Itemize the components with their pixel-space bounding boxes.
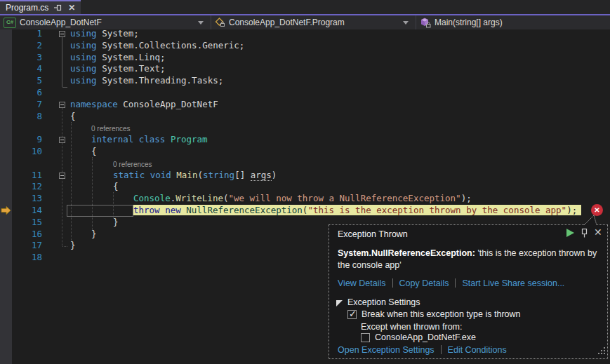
- type-name: ConsoleApp_DotNetF.Program: [229, 18, 345, 27]
- link-edit-conditions[interactable]: Edit Conditions: [448, 345, 507, 355]
- project-name: ConsoleApp_DotNetF: [20, 18, 102, 27]
- popup-title: Exception Thrown: [338, 229, 408, 239]
- break-when-thrown-checkbox[interactable]: [347, 310, 357, 319]
- code-text[interactable]: throw new NullReferenceException("this i…: [133, 205, 581, 217]
- code-line-10[interactable]: 10{: [0, 146, 610, 158]
- fold-marker[interactable]: [59, 173, 65, 179]
- project-dropdown[interactable]: C# ConsoleApp_DotNetF: [0, 15, 211, 29]
- member-name: Main(string[] args): [435, 18, 503, 27]
- code-line-8[interactable]: 8{: [0, 111, 610, 123]
- pin-icon[interactable]: [54, 4, 62, 12]
- code-text[interactable]: using System.Linq;: [70, 52, 165, 64]
- code-line-6[interactable]: 6: [0, 87, 610, 99]
- link-copy-details[interactable]: Copy Details: [399, 278, 449, 288]
- link-separator: [441, 345, 442, 354]
- pin-icon[interactable]: [580, 228, 589, 241]
- current-statement-highlight: throw new NullReferenceException("this i…: [133, 205, 581, 215]
- line-number: 11: [0, 170, 42, 182]
- code-line-4[interactable]: 4using System.Text;: [0, 63, 610, 75]
- code-line-5[interactable]: 5using System.Threading.Tasks;: [0, 75, 610, 87]
- code-text[interactable]: }: [70, 240, 76, 252]
- link-separator: [392, 278, 393, 288]
- code-line-13[interactable]: 13Console.WriteLine("we will now throw a…: [0, 193, 610, 205]
- exception-action-links: View DetailsCopy DetailsStart Live Share…: [338, 278, 564, 288]
- code-text[interactable]: using System;: [70, 28, 139, 40]
- line-number: 4: [0, 63, 42, 75]
- code-line-12[interactable]: 12{: [0, 181, 610, 193]
- expander-triangle-icon[interactable]: [336, 300, 343, 306]
- code-text[interactable]: Console.WriteLine("we will now throw a N…: [133, 193, 472, 205]
- callout-pointer: [584, 214, 599, 229]
- close-icon[interactable]: ✕: [594, 227, 602, 237]
- fold-marker[interactable]: [59, 137, 65, 143]
- line-number: 16: [0, 229, 42, 241]
- type-dropdown[interactable]: ConsoleApp_DotNetF.Program: [211, 15, 416, 29]
- break-when-thrown-label: Break when this exception type is thrown: [362, 309, 521, 319]
- link-separator: [455, 278, 456, 288]
- current-statement-box: [67, 205, 133, 217]
- line-number: 2: [0, 40, 42, 52]
- code-text[interactable]: }: [91, 229, 97, 241]
- method-internal-icon: [420, 18, 431, 28]
- codelens-row: 0 references: [0, 158, 610, 170]
- line-number: 12: [0, 181, 42, 193]
- link-open-exception-settings[interactable]: Open Exception Settings: [338, 345, 435, 355]
- visual-studio-editor: Program.cs ✕ C# ConsoleApp_DotNetF Conso: [0, 0, 610, 364]
- exception-message: System.NullReferenceException: 'this is …: [338, 248, 600, 271]
- code-text[interactable]: namespace ConsoleApp_DotNetF: [70, 99, 218, 111]
- code-text[interactable]: {: [113, 181, 119, 193]
- code-line-9[interactable]: 9internal class Program: [0, 134, 610, 146]
- fold-marker[interactable]: [59, 102, 65, 108]
- code-line-14[interactable]: 14throw new NullReferenceException("this…: [0, 205, 610, 217]
- exception-helper-popup: Exception Thrown ✕ System.NullReferenceE…: [329, 224, 608, 359]
- line-number: 9: [0, 134, 42, 146]
- module-label: ConsoleApp_DotNetF.exe: [375, 332, 476, 342]
- continue-execution-icon[interactable]: [566, 229, 574, 237]
- line-number: 1: [0, 28, 42, 40]
- line-number: 7: [0, 99, 42, 111]
- exception-type: System.NullReferenceException:: [338, 248, 475, 258]
- fold-marker[interactable]: [59, 31, 65, 37]
- link-start-live-share-session[interactable]: Start Live Share session...: [462, 278, 564, 288]
- chevron-down-icon[interactable]: [403, 21, 409, 25]
- csharp-project-icon: C#: [4, 18, 16, 28]
- line-number: 15: [0, 217, 42, 229]
- codelens-row: 0 references: [0, 122, 610, 134]
- line-number: 17: [0, 240, 42, 252]
- module-checkbox[interactable]: [361, 333, 370, 342]
- link-view-details[interactable]: View Details: [338, 278, 386, 288]
- chevron-down-icon[interactable]: [198, 21, 204, 25]
- member-dropdown[interactable]: Main(string[] args): [416, 15, 610, 29]
- code-text[interactable]: static void Main(string[] args): [113, 170, 277, 182]
- code-text[interactable]: using System.Text;: [70, 63, 165, 75]
- code-text[interactable]: internal class Program: [91, 134, 208, 146]
- settings-action-links: Open Exception SettingsEdit Conditions: [338, 345, 507, 355]
- exception-settings-header[interactable]: Exception Settings: [347, 297, 420, 307]
- tab-program-cs[interactable]: Program.cs ✕: [0, 0, 81, 14]
- tab-title: Program.cs: [6, 3, 48, 13]
- line-number: 6: [0, 87, 42, 99]
- line-number: 5: [0, 75, 42, 87]
- code-text[interactable]: using System.Collections.Generic;: [70, 40, 244, 52]
- tab-bar: Program.cs ✕: [0, 0, 610, 15]
- resize-grip[interactable]: [597, 346, 606, 357]
- class-icon: [215, 18, 225, 27]
- code-text[interactable]: {: [91, 146, 97, 158]
- code-text[interactable]: }: [113, 217, 119, 229]
- navigation-bar: C# ConsoleApp_DotNetF ConsoleApp_DotNetF…: [0, 15, 610, 29]
- close-icon[interactable]: ✕: [68, 4, 75, 12]
- code-line-7[interactable]: 7namespace ConsoleApp_DotNetF: [0, 99, 610, 111]
- except-when-thrown-label: Except when thrown from:: [361, 322, 463, 332]
- code-line-11[interactable]: 11static void Main(string[] args): [0, 170, 610, 182]
- line-number: 13: [0, 193, 42, 205]
- code-line-2[interactable]: 2using System.Collections.Generic;: [0, 40, 610, 52]
- line-number: 3: [0, 52, 42, 64]
- line-number: 18: [0, 252, 42, 264]
- code-line-3[interactable]: 3using System.Linq;: [0, 52, 610, 64]
- line-number: 8: [0, 111, 42, 123]
- code-text[interactable]: using System.Threading.Tasks;: [70, 75, 223, 87]
- code-line-1[interactable]: 1using System;: [0, 28, 610, 40]
- line-number: 10: [0, 146, 42, 158]
- current-statement-arrow-icon: [1, 205, 11, 218]
- code-text[interactable]: {: [70, 111, 76, 123]
